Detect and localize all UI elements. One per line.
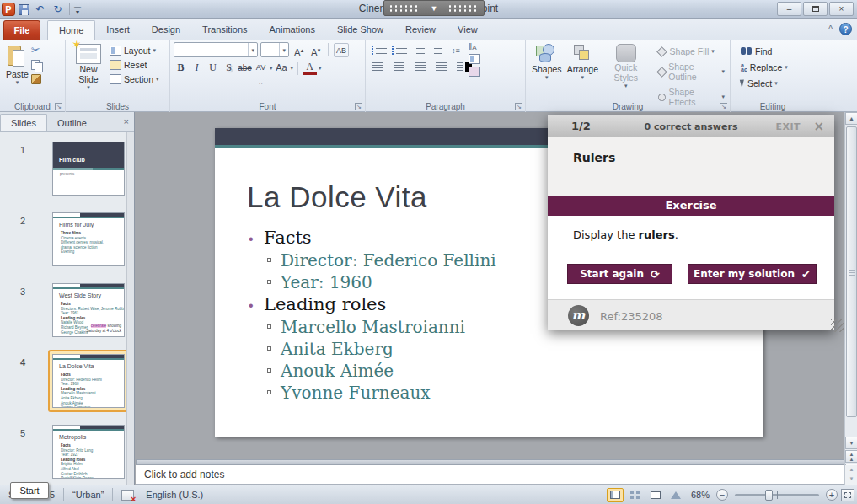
tab-transitions[interactable]: Transitions (191, 20, 258, 40)
tab-animations[interactable]: Animations (259, 20, 326, 40)
thumbnail-card[interactable]: Film club presents (52, 142, 125, 196)
tab-view[interactable]: View (447, 20, 489, 40)
align-center-button[interactable] (394, 62, 404, 72)
font-dialog-launcher[interactable]: ↘ (355, 103, 362, 110)
quick-styles-button[interactable]: Quick Styles▾ (601, 42, 651, 108)
undo-icon[interactable]: ↶ (33, 3, 47, 15)
select-button[interactable]: Select▾ (739, 78, 811, 89)
enter-solution-button[interactable]: Enter my solution✔ (688, 264, 817, 284)
shape-outline-button[interactable]: Shape Outline▾ (655, 61, 726, 83)
zoom-slider-thumb[interactable] (765, 490, 773, 501)
zoom-in-button[interactable]: + (826, 489, 838, 501)
overlay-capture-toolbar[interactable]: ▼ (383, 0, 485, 16)
notes-pane[interactable]: Click to add notes (136, 465, 844, 485)
replace-button[interactable]: aacReplace▾ (739, 62, 811, 73)
notes-splitter[interactable] (136, 459, 844, 465)
shape-fill-button[interactable]: Shape Fill▾ (655, 46, 726, 57)
slideshow-view-button[interactable] (667, 488, 684, 502)
shrink-font-button[interactable]: A▾ (308, 43, 323, 57)
paste-button[interactable]: Paste ▾ (3, 42, 31, 88)
previous-slide-button[interactable]: ▲▲ (845, 450, 857, 463)
section-button[interactable]: Section▾ (108, 73, 161, 85)
font-color-button[interactable]: A (303, 62, 317, 75)
cut-icon[interactable]: ✂ (31, 44, 42, 56)
find-button[interactable]: Find (739, 46, 811, 57)
tab-insert[interactable]: Insert (95, 20, 141, 40)
exercise-close-icon[interactable]: × (813, 119, 824, 134)
save-icon[interactable] (19, 4, 29, 15)
shapes-button[interactable]: Shapes▾ (529, 42, 565, 108)
drawing-dialog-launcher[interactable]: ↘ (720, 103, 727, 110)
panel-scrollbar[interactable] (126, 132, 134, 485)
thumbnail-card[interactable]: La Dolce Vita Facts Director: Federico F… (52, 354, 125, 408)
align-left-button[interactable] (372, 62, 383, 72)
tab-slides-thumbnails[interactable]: Slides (0, 114, 47, 131)
zoom-slider[interactable] (735, 494, 819, 496)
increase-indent-button[interactable] (434, 46, 442, 55)
tab-review[interactable]: Review (394, 20, 447, 40)
tab-outline[interactable]: Outline (47, 115, 97, 131)
redo-icon[interactable]: ↻ (51, 3, 65, 15)
start-again-button[interactable]: Start again⟳ (567, 264, 672, 284)
font-name-combobox[interactable]: ▾ (174, 42, 258, 57)
reading-view-button[interactable] (647, 488, 664, 502)
exercise-exit-button[interactable]: EXIT (775, 121, 801, 132)
help-icon[interactable]: ? (839, 23, 852, 35)
thumbnail-card[interactable]: Metropolis Facts Director: Fritz Lang Ye… (52, 425, 125, 479)
scroll-down-icon[interactable]: ▼ (845, 437, 857, 449)
powerpoint-app-icon[interactable]: P (2, 3, 15, 16)
paste-dropdown-icon[interactable]: ▾ (16, 79, 19, 86)
italic-button[interactable]: I (190, 61, 204, 75)
grow-font-button[interactable]: A▴ (292, 43, 306, 57)
thumbnail-card[interactable]: Films for July Three films Cinema events… (52, 212, 125, 266)
notes-placeholder[interactable]: Click to add notes (144, 469, 224, 480)
widget-arrow-down-icon[interactable]: ▼ (431, 4, 438, 13)
numbering-button[interactable] (396, 46, 407, 55)
scrollbar-thumb[interactable] (846, 126, 857, 417)
bold-button[interactable]: B (174, 61, 188, 75)
tab-home[interactable]: Home (47, 20, 95, 40)
fit-to-window-button[interactable] (841, 489, 854, 501)
tab-file[interactable]: File (3, 20, 40, 40)
close-button[interactable]: × (829, 2, 854, 16)
tab-slide-show[interactable]: Slide Show (326, 20, 394, 40)
normal-view-button[interactable] (607, 488, 624, 502)
reset-button[interactable]: Reset (108, 59, 161, 71)
align-text-button[interactable] (469, 54, 480, 64)
spellcheck-icon[interactable] (121, 490, 134, 501)
arrange-button[interactable]: Arrange▾ (565, 42, 601, 108)
decrease-indent-button[interactable] (416, 46, 425, 55)
align-right-button[interactable] (415, 62, 426, 72)
justify-button[interactable] (436, 62, 447, 72)
columns-button[interactable] (457, 62, 463, 72)
clipboard-dialog-launcher[interactable]: ↘ (55, 103, 62, 110)
vertical-scrollbar[interactable]: ▲ ▼ ▲▲ ▼▼ (844, 112, 857, 485)
theme-indicator[interactable]: “Urban” (64, 488, 113, 501)
line-spacing-button[interactable]: ↕≡ (452, 46, 460, 55)
customize-qat-button[interactable]: —▾ (74, 3, 81, 15)
panel-close-icon[interactable]: × (124, 116, 129, 126)
tab-design[interactable]: Design (141, 20, 191, 40)
new-slide-dropdown-icon[interactable]: ▾ (87, 84, 90, 91)
minimize-button[interactable]: – (777, 2, 801, 16)
text-shadow-button[interactable]: S (222, 61, 236, 75)
strikethrough-button[interactable]: abe (238, 61, 252, 75)
change-case-button[interactable]: Aa (275, 61, 289, 75)
new-slide-button[interactable]: New Slide ▾ (69, 42, 108, 93)
language-indicator[interactable]: English (U.S.) (137, 488, 212, 501)
slide-sorter-button[interactable] (627, 488, 644, 502)
notes-scrollbar[interactable]: ▲ ▼ (844, 465, 857, 485)
format-painter-icon[interactable] (31, 74, 41, 84)
notes-scroll-up-icon[interactable]: ▲ (845, 465, 857, 475)
clear-formatting-button[interactable]: AB (334, 43, 349, 57)
layout-button[interactable]: Layout▾ (108, 45, 161, 56)
zoom-out-button[interactable]: − (716, 489, 728, 501)
thumbnail-card[interactable]: West Side Story Facts Directors: Robert … (52, 283, 125, 337)
convert-smartart-button[interactable] (469, 67, 480, 77)
text-direction-button[interactable]: ‖A (469, 42, 480, 51)
collapse-ribbon-icon[interactable]: ^ (828, 24, 833, 34)
character-spacing-button[interactable]: AV↔ (254, 61, 268, 75)
scroll-up-icon[interactable]: ▲ (845, 112, 857, 125)
underline-button[interactable]: U (206, 61, 220, 75)
font-size-combobox[interactable]: ▾ (260, 42, 289, 57)
